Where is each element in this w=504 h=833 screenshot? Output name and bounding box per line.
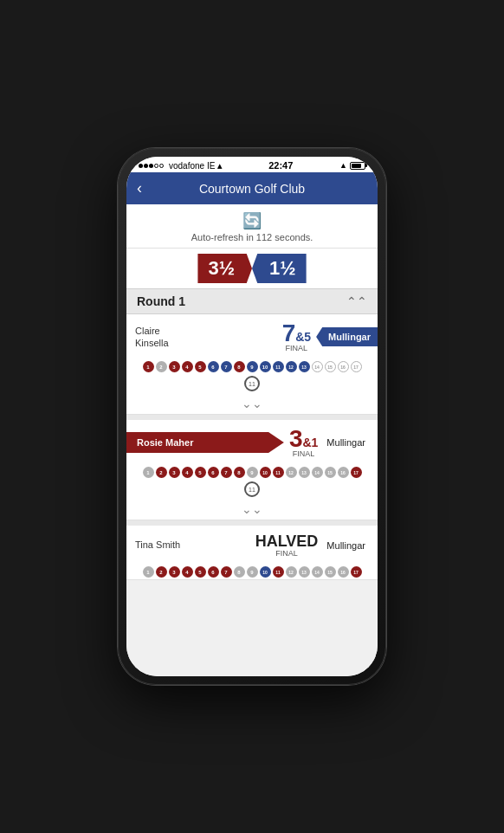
refresh-section: 🔄 Auto-refresh in 112 seconds. — [126, 204, 378, 249]
match-card-2: Rosie Maher 3&1 FINAL Mullingar 1 2 3 4 … — [126, 420, 378, 520]
signal-dot-3 — [149, 164, 153, 168]
hole-3-9: 9 — [247, 566, 258, 578]
hole-2-16: 16 — [338, 467, 349, 478]
hole-3-2: 2 — [156, 566, 167, 578]
hole-1-11: 11 — [273, 361, 284, 372]
away-player-3: Mullingar — [323, 536, 369, 555]
holes-row-1: 1 2 3 4 5 6 7 8 9 10 11 12 13 14 15 16 1 — [126, 359, 378, 374]
hole-1-5: 5 — [195, 361, 206, 372]
hole-1-17: 17 — [351, 361, 362, 372]
result-1: 7&5 FINAL — [282, 321, 311, 352]
away-player-2: Mullingar — [323, 433, 369, 452]
signal-dot-1 — [139, 164, 143, 168]
hole-3-16: 16 — [338, 566, 349, 578]
hole-2-9: 9 — [247, 467, 258, 478]
home-player-1: ClaireKinsella — [135, 325, 277, 350]
expand-match-1[interactable]: ⌄⌄ — [126, 393, 378, 414]
signal-dot-4 — [154, 164, 158, 168]
hole-3-13: 13 — [299, 566, 310, 578]
expand-match-2[interactable]: ⌄⌄ — [126, 499, 378, 520]
result-big-2: 3 — [289, 425, 303, 452]
hole-3-10: 10 — [260, 566, 271, 578]
hole-1-16: 16 — [338, 361, 349, 372]
battery-fill — [352, 164, 361, 168]
hole-1-6: 6 — [208, 361, 219, 372]
signal-dot-2 — [144, 164, 148, 168]
hole-3-1: 1 — [143, 566, 154, 578]
result-label-3: FINAL — [255, 549, 319, 558]
wifi-icon: ▴ — [217, 161, 222, 171]
score-banner: 3½ 1½ — [126, 249, 378, 288]
match-row-1: ClaireKinsella 7&5 FINAL Mullingar — [126, 314, 378, 359]
battery-indicator — [350, 162, 365, 170]
round-label: Round 1 — [137, 294, 185, 308]
hole-3-5: 5 — [195, 566, 206, 578]
hole-1-13: 13 — [299, 361, 310, 372]
home-player-3: Tina Smith — [135, 539, 250, 551]
hole-2-14: 14 — [312, 467, 323, 478]
home-player-2: Rosie Maher — [126, 432, 284, 453]
hole-2-12: 12 — [286, 467, 297, 478]
hole-1-3: 3 — [169, 361, 180, 372]
hole-2-2: 2 — [156, 467, 167, 478]
away-score-value: 1½ — [269, 259, 296, 278]
hole-2-15: 15 — [325, 467, 336, 478]
signal-dot-5 — [159, 164, 164, 168]
location-icon: ▲ — [339, 161, 347, 170]
hole-2-4: 4 — [182, 467, 193, 478]
hole-2-11: 11 — [273, 467, 284, 478]
hole-3-15: 15 — [325, 566, 336, 578]
match-row-3: Tina Smith HALVED FINAL Mullingar — [126, 526, 378, 565]
hole-1-12: 12 — [286, 361, 297, 372]
away-score: 1½ — [252, 254, 307, 283]
away-player-1: Mullingar — [316, 327, 378, 346]
result-label-1: FINAL — [282, 344, 311, 352]
hole-1-4: 4 — [182, 361, 193, 372]
hole-3-14: 14 — [312, 566, 323, 578]
content-area: 🔄 Auto-refresh in 112 seconds. 3½ 1½ Rou… — [126, 204, 378, 676]
nav-title: Courtown Golf Club — [154, 182, 350, 196]
hole-3-6: 6 — [208, 566, 219, 578]
result-big-1: 7 — [282, 320, 296, 346]
hole-2-7: 7 — [221, 467, 232, 478]
phone-screen: vodafone IE ▴ 22:47 ▲ ‹ Courtown Golf Cl… — [126, 157, 378, 676]
hole-3-17: 17 — [351, 566, 362, 578]
hole-3-8: 8 — [234, 566, 245, 578]
hole-2-8: 8 — [234, 467, 245, 478]
back-button[interactable]: ‹ — [137, 179, 154, 197]
result-halved-3: HALVED — [255, 533, 319, 550]
hole-1-2: 2 — [156, 361, 167, 372]
round-header[interactable]: Round 1 ⌃⌃ — [126, 288, 378, 314]
hole-1-1: 1 — [143, 361, 154, 372]
hole-3-11: 11 — [273, 566, 284, 578]
match-row-2: Rosie Maher 3&1 FINAL Mullingar — [126, 420, 378, 465]
result-3: HALVED FINAL — [255, 533, 319, 558]
hole-1-9: 9 — [247, 361, 258, 372]
status-left: vodafone IE ▴ — [139, 161, 222, 171]
hole-1-8: 8 — [234, 361, 245, 372]
status-bar: vodafone IE ▴ 22:47 ▲ — [126, 157, 378, 172]
hole-3-7: 7 — [221, 566, 232, 578]
result-label-2: FINAL — [289, 449, 318, 458]
holes-row-3: 1 2 3 4 5 6 7 8 9 10 11 12 13 14 15 16 1 — [126, 565, 378, 579]
hole-1-14: 14 — [312, 361, 323, 372]
hole-3-3: 3 — [169, 566, 180, 578]
hole-2-10: 10 — [260, 467, 271, 478]
holes-row-2: 1 2 3 4 5 6 7 8 9 10 11 12 13 14 15 16 1 — [126, 465, 378, 480]
hole-2-5: 5 — [195, 467, 206, 478]
hole-2-3: 3 — [169, 467, 180, 478]
hole-3-4: 4 — [182, 566, 193, 578]
result-amp-2: &1 — [302, 436, 318, 449]
refresh-icon[interactable]: 🔄 — [242, 211, 262, 230]
home-score: 3½ — [197, 254, 252, 283]
hole-2-13: 13 — [299, 467, 310, 478]
hole-2-17: 17 — [351, 467, 362, 478]
match-card-1: ClaireKinsella 7&5 FINAL Mullingar 1 2 3… — [126, 314, 378, 415]
status-right: ▲ — [339, 161, 365, 170]
phone-frame: vodafone IE ▴ 22:47 ▲ ‹ Courtown Golf Cl… — [118, 148, 386, 685]
result-2: 3&1 FINAL — [289, 427, 318, 458]
home-score-value: 3½ — [208, 259, 235, 278]
current-hole-2: 11 — [244, 481, 260, 497]
hole-1-10: 10 — [260, 361, 271, 372]
match-card-3: Tina Smith HALVED FINAL Mullingar 1 2 3 … — [126, 526, 378, 580]
